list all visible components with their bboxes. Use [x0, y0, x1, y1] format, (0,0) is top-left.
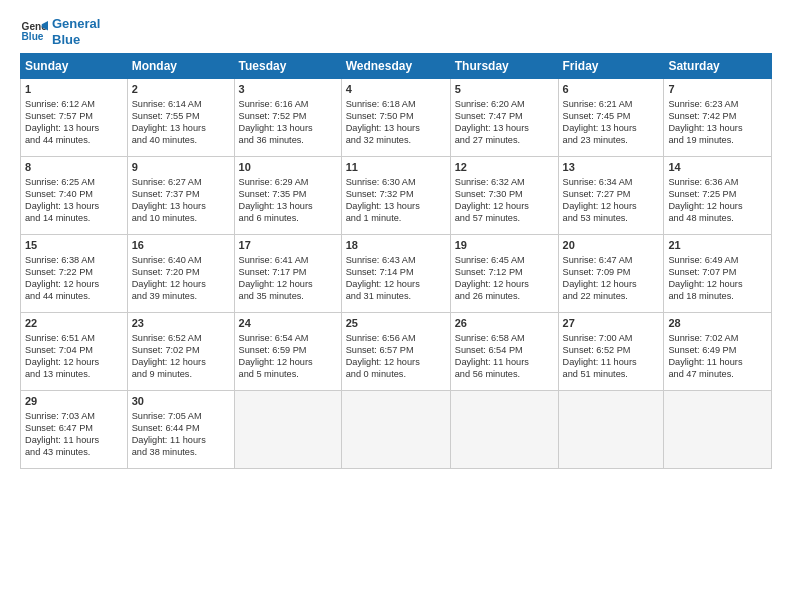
day-number: 19 [455, 238, 554, 253]
svg-text:Blue: Blue [22, 30, 44, 41]
calendar-cell: 20Sunrise: 6:47 AM Sunset: 7:09 PM Dayli… [558, 235, 664, 313]
calendar-cell: 13Sunrise: 6:34 AM Sunset: 7:27 PM Dayli… [558, 157, 664, 235]
day-info: Sunrise: 6:29 AM Sunset: 7:35 PM Dayligh… [239, 176, 337, 225]
calendar-cell: 9Sunrise: 6:27 AM Sunset: 7:37 PM Daylig… [127, 157, 234, 235]
day-info: Sunrise: 6:34 AM Sunset: 7:27 PM Dayligh… [563, 176, 660, 225]
day-number: 13 [563, 160, 660, 175]
calendar-cell: 4Sunrise: 6:18 AM Sunset: 7:50 PM Daylig… [341, 79, 450, 157]
calendar-cell: 19Sunrise: 6:45 AM Sunset: 7:12 PM Dayli… [450, 235, 558, 313]
day-number: 1 [25, 82, 123, 97]
day-info: Sunrise: 7:03 AM Sunset: 6:47 PM Dayligh… [25, 410, 123, 459]
calendar-cell: 24Sunrise: 6:54 AM Sunset: 6:59 PM Dayli… [234, 313, 341, 391]
calendar-cell [664, 391, 772, 469]
day-info: Sunrise: 6:51 AM Sunset: 7:04 PM Dayligh… [25, 332, 123, 381]
day-info: Sunrise: 7:05 AM Sunset: 6:44 PM Dayligh… [132, 410, 230, 459]
day-number: 21 [668, 238, 767, 253]
day-info: Sunrise: 6:40 AM Sunset: 7:20 PM Dayligh… [132, 254, 230, 303]
day-number: 12 [455, 160, 554, 175]
day-info: Sunrise: 6:41 AM Sunset: 7:17 PM Dayligh… [239, 254, 337, 303]
calendar-cell: 23Sunrise: 6:52 AM Sunset: 7:02 PM Dayli… [127, 313, 234, 391]
day-number: 10 [239, 160, 337, 175]
day-info: Sunrise: 6:32 AM Sunset: 7:30 PM Dayligh… [455, 176, 554, 225]
calendar-cell: 15Sunrise: 6:38 AM Sunset: 7:22 PM Dayli… [21, 235, 128, 313]
day-number: 9 [132, 160, 230, 175]
day-number: 22 [25, 316, 123, 331]
day-number: 23 [132, 316, 230, 331]
day-number: 26 [455, 316, 554, 331]
day-number: 16 [132, 238, 230, 253]
calendar-cell [341, 391, 450, 469]
day-number: 20 [563, 238, 660, 253]
day-number: 8 [25, 160, 123, 175]
day-info: Sunrise: 6:56 AM Sunset: 6:57 PM Dayligh… [346, 332, 446, 381]
day-number: 11 [346, 160, 446, 175]
day-info: Sunrise: 6:47 AM Sunset: 7:09 PM Dayligh… [563, 254, 660, 303]
day-header-thursday: Thursday [450, 54, 558, 79]
day-info: Sunrise: 6:21 AM Sunset: 7:45 PM Dayligh… [563, 98, 660, 147]
day-number: 28 [668, 316, 767, 331]
day-info: Sunrise: 6:54 AM Sunset: 6:59 PM Dayligh… [239, 332, 337, 381]
day-number: 5 [455, 82, 554, 97]
day-number: 2 [132, 82, 230, 97]
day-info: Sunrise: 6:58 AM Sunset: 6:54 PM Dayligh… [455, 332, 554, 381]
logo: General Blue General Blue [20, 16, 100, 47]
day-info: Sunrise: 6:12 AM Sunset: 7:57 PM Dayligh… [25, 98, 123, 147]
day-info: Sunrise: 6:30 AM Sunset: 7:32 PM Dayligh… [346, 176, 446, 225]
calendar-cell: 2Sunrise: 6:14 AM Sunset: 7:55 PM Daylig… [127, 79, 234, 157]
calendar-cell: 26Sunrise: 6:58 AM Sunset: 6:54 PM Dayli… [450, 313, 558, 391]
day-info: Sunrise: 6:36 AM Sunset: 7:25 PM Dayligh… [668, 176, 767, 225]
day-number: 7 [668, 82, 767, 97]
day-info: Sunrise: 6:45 AM Sunset: 7:12 PM Dayligh… [455, 254, 554, 303]
calendar-cell: 12Sunrise: 6:32 AM Sunset: 7:30 PM Dayli… [450, 157, 558, 235]
calendar-table: SundayMondayTuesdayWednesdayThursdayFrid… [20, 53, 772, 469]
calendar-cell: 28Sunrise: 7:02 AM Sunset: 6:49 PM Dayli… [664, 313, 772, 391]
calendar-cell: 11Sunrise: 6:30 AM Sunset: 7:32 PM Dayli… [341, 157, 450, 235]
calendar-cell: 17Sunrise: 6:41 AM Sunset: 7:17 PM Dayli… [234, 235, 341, 313]
calendar-cell: 30Sunrise: 7:05 AM Sunset: 6:44 PM Dayli… [127, 391, 234, 469]
calendar-cell: 6Sunrise: 6:21 AM Sunset: 7:45 PM Daylig… [558, 79, 664, 157]
calendar-cell [450, 391, 558, 469]
calendar-cell: 25Sunrise: 6:56 AM Sunset: 6:57 PM Dayli… [341, 313, 450, 391]
calendar-cell: 5Sunrise: 6:20 AM Sunset: 7:47 PM Daylig… [450, 79, 558, 157]
day-number: 17 [239, 238, 337, 253]
calendar-cell: 16Sunrise: 6:40 AM Sunset: 7:20 PM Dayli… [127, 235, 234, 313]
day-info: Sunrise: 6:49 AM Sunset: 7:07 PM Dayligh… [668, 254, 767, 303]
calendar-cell: 1Sunrise: 6:12 AM Sunset: 7:57 PM Daylig… [21, 79, 128, 157]
day-header-monday: Monday [127, 54, 234, 79]
day-number: 15 [25, 238, 123, 253]
day-number: 30 [132, 394, 230, 409]
day-info: Sunrise: 7:02 AM Sunset: 6:49 PM Dayligh… [668, 332, 767, 381]
day-info: Sunrise: 7:00 AM Sunset: 6:52 PM Dayligh… [563, 332, 660, 381]
day-info: Sunrise: 6:14 AM Sunset: 7:55 PM Dayligh… [132, 98, 230, 147]
day-number: 25 [346, 316, 446, 331]
day-number: 6 [563, 82, 660, 97]
calendar-cell: 3Sunrise: 6:16 AM Sunset: 7:52 PM Daylig… [234, 79, 341, 157]
calendar-cell: 21Sunrise: 6:49 AM Sunset: 7:07 PM Dayli… [664, 235, 772, 313]
day-number: 4 [346, 82, 446, 97]
calendar-cell: 29Sunrise: 7:03 AM Sunset: 6:47 PM Dayli… [21, 391, 128, 469]
logo-text: General Blue [52, 16, 100, 47]
calendar-cell: 22Sunrise: 6:51 AM Sunset: 7:04 PM Dayli… [21, 313, 128, 391]
calendar-cell: 14Sunrise: 6:36 AM Sunset: 7:25 PM Dayli… [664, 157, 772, 235]
calendar-cell [558, 391, 664, 469]
day-header-wednesday: Wednesday [341, 54, 450, 79]
day-header-saturday: Saturday [664, 54, 772, 79]
day-info: Sunrise: 6:23 AM Sunset: 7:42 PM Dayligh… [668, 98, 767, 147]
day-info: Sunrise: 6:43 AM Sunset: 7:14 PM Dayligh… [346, 254, 446, 303]
calendar-cell [234, 391, 341, 469]
day-number: 29 [25, 394, 123, 409]
day-info: Sunrise: 6:38 AM Sunset: 7:22 PM Dayligh… [25, 254, 123, 303]
day-info: Sunrise: 6:25 AM Sunset: 7:40 PM Dayligh… [25, 176, 123, 225]
day-number: 14 [668, 160, 767, 175]
day-info: Sunrise: 6:18 AM Sunset: 7:50 PM Dayligh… [346, 98, 446, 147]
calendar-cell: 18Sunrise: 6:43 AM Sunset: 7:14 PM Dayli… [341, 235, 450, 313]
day-number: 24 [239, 316, 337, 331]
calendar-cell: 7Sunrise: 6:23 AM Sunset: 7:42 PM Daylig… [664, 79, 772, 157]
day-header-tuesday: Tuesday [234, 54, 341, 79]
day-info: Sunrise: 6:16 AM Sunset: 7:52 PM Dayligh… [239, 98, 337, 147]
day-info: Sunrise: 6:27 AM Sunset: 7:37 PM Dayligh… [132, 176, 230, 225]
day-number: 27 [563, 316, 660, 331]
calendar-cell: 27Sunrise: 7:00 AM Sunset: 6:52 PM Dayli… [558, 313, 664, 391]
day-info: Sunrise: 6:20 AM Sunset: 7:47 PM Dayligh… [455, 98, 554, 147]
day-info: Sunrise: 6:52 AM Sunset: 7:02 PM Dayligh… [132, 332, 230, 381]
